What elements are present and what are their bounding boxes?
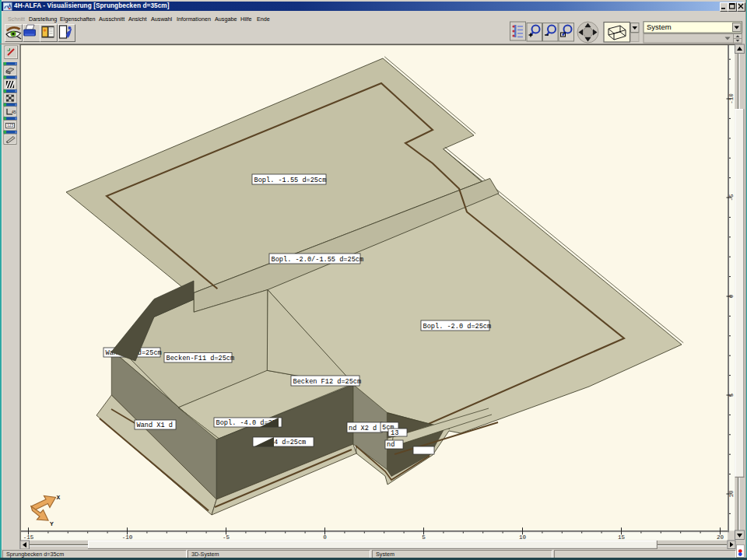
- svg-text:45: 45: [12, 110, 16, 114]
- svg-text:20: 20: [717, 534, 724, 541]
- svg-text:4 d=25cm: 4 d=25cm: [274, 439, 306, 446]
- svg-text:123: 123: [7, 123, 14, 128]
- svg-text:X: X: [57, 494, 61, 501]
- svg-text:Becken F12 d=25cm: Becken F12 d=25cm: [293, 378, 362, 386]
- svg-text:-15: -15: [23, 534, 34, 541]
- svg-text:10: 10: [728, 490, 735, 498]
- svg-text:15: 15: [618, 534, 626, 541]
- svg-text:0: 0: [728, 294, 735, 298]
- svg-text:5: 5: [728, 393, 735, 397]
- svg-text:0: 0: [323, 534, 327, 541]
- svg-text:System: System: [647, 23, 672, 31]
- svg-text:Becken-F11 d=25cm: Becken-F11 d=25cm: [167, 355, 235, 362]
- svg-text:Bopl. -1.55 d=25cm: Bopl. -1.55 d=25cm: [254, 177, 327, 184]
- svg-text:Wand X1 d: Wand X1 d: [137, 422, 173, 429]
- svg-text:Bopl. -2.0/-1.55 d=25cm: Bopl. -2.0/-1.55 d=25cm: [272, 256, 364, 264]
- svg-text:5: 5: [422, 534, 426, 541]
- svg-text:Y: Y: [50, 520, 54, 527]
- svg-text:-5: -5: [223, 534, 230, 541]
- svg-text:-10: -10: [122, 534, 133, 541]
- svg-text:10: 10: [519, 534, 527, 541]
- svg-text:Bopl. -2.0 d=25cm: Bopl. -2.0 d=25cm: [423, 323, 492, 331]
- svg-text:nd: nd: [387, 441, 395, 449]
- svg-text:-5: -5: [728, 194, 735, 201]
- svg-text:13: 13: [391, 429, 398, 437]
- svg-text:-10: -10: [728, 93, 735, 104]
- svg-text:nd X2 d: nd X2 d: [349, 425, 377, 432]
